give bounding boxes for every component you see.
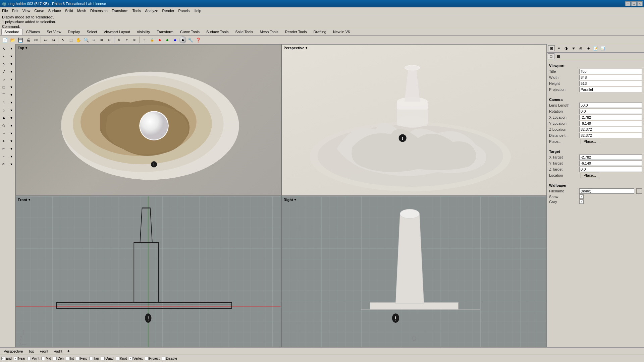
render-sphere-btn[interactable]: ● [179,36,186,44]
lock-btn[interactable]: 🔒 [148,36,156,44]
curve-btn[interactable]: ∿ [0,60,7,68]
viewport-perspective-label[interactable]: Perspective ▼ [284,46,308,50]
rp-icon-render[interactable]: ◎ [578,45,584,51]
snap-tan[interactable]: Tan [89,357,99,360]
window-select-btn[interactable]: ⬚ [67,36,74,44]
rp-icon-display[interactable]: ◑ [563,45,570,51]
arc-btn[interactable]: ⌒ [0,91,7,99]
menu-curve[interactable]: Curve [32,8,46,13]
snap-tan-checkbox[interactable] [89,357,93,360]
tab-transform[interactable]: Transform [154,29,176,35]
snap-btn[interactable]: ⊸ [141,36,148,44]
point-btn[interactable]: • [0,53,7,60]
rp-icon-stats[interactable]: 📊 [600,45,606,51]
viewport-top-label[interactable]: Top ▼ [18,46,28,50]
line-menu-btn[interactable]: ▼ [8,68,15,75]
dim-btn[interactable]: ↔ [0,130,7,137]
rp-icon-viewport-props[interactable]: □ [548,53,554,59]
tab-drafting[interactable]: Drafting [310,29,329,35]
rp-icon-grid[interactable]: ⊞ [548,45,555,51]
move-btn[interactable]: ✛ [0,137,7,145]
rp-ytgt-value[interactable]: -6.149 [579,161,642,166]
snap-mid-checkbox[interactable] [41,357,45,360]
minimize-button[interactable]: − [625,1,631,6]
rp-ztgt-value[interactable]: 0.0 [579,167,642,172]
menu-file[interactable]: File [0,8,10,13]
select-btn[interactable]: ↖ [59,36,67,44]
rp-show-checkbox[interactable]: ✓ [579,194,584,199]
trim-btn[interactable]: ✂ [0,145,7,153]
menu-panels[interactable]: Panels [176,8,192,13]
print-btn[interactable]: 🖨 [24,36,32,44]
tab-solid-tools[interactable]: Solid Tools [232,29,256,35]
tab-curve-tools[interactable]: Curve Tools [177,29,203,35]
new-btn[interactable]: 📄 [1,36,9,44]
mesh-menu-btn[interactable]: ▼ [8,122,15,129]
rp-filename-browse-button[interactable]: ... [636,188,642,194]
menu-transform[interactable]: Transform [110,8,130,13]
snap-end[interactable]: ✓ End [1,357,12,360]
freeform-btn[interactable]: ⌇ [0,99,7,106]
zoom-window-btn[interactable]: ⊡ [90,36,98,44]
rp-icon-obj-props[interactable]: ▦ [555,53,562,59]
pan-btn[interactable]: ✋ [75,36,82,44]
cut-btn[interactable]: ✂ [32,36,40,44]
rp-lens-value[interactable]: 50.0 [579,103,642,108]
menu-help[interactable]: Help [192,8,203,13]
solid-btn[interactable]: ◆ [0,114,7,122]
vp-sel-top[interactable]: Top [26,349,36,354]
save-btn[interactable]: 💾 [17,36,24,44]
circle-menu-btn[interactable]: ▼ [8,76,15,83]
tab-select[interactable]: Select [84,29,100,35]
viewport-front-label[interactable]: Front ▼ [18,198,31,202]
dim-menu-btn[interactable]: ▼ [8,130,15,137]
help-btn[interactable]: ❓ [195,36,202,44]
snap-quad-checkbox[interactable] [101,357,105,360]
tab-standard[interactable]: Standard [1,29,22,35]
rp-yloc-value[interactable]: -6.149 [579,121,642,126]
grid-btn[interactable]: # [123,36,130,44]
snap-cen[interactable]: Cen [53,357,63,360]
snap-knot[interactable]: Knot [116,357,127,360]
snap-knot-checkbox[interactable] [116,357,119,360]
snap-quad[interactable]: Quad [101,357,113,360]
snap-project[interactable]: Project [145,357,160,360]
menu-analyze[interactable]: Analyze [143,8,160,13]
vp-sel-add[interactable]: + [66,348,71,354]
surface-btn[interactable]: ◇ [0,107,7,114]
tab-display[interactable]: Display [65,29,83,35]
snap-vertex-checkbox[interactable]: ✓ [129,357,132,360]
line-btn[interactable]: ╱ [0,68,7,75]
viewport-perspective[interactable]: ! Perspective ▼ [281,44,547,196]
viewport-front[interactable]: ! Z | X— Front ▼ [15,196,281,348]
layers-btn[interactable]: ≡ [0,153,7,160]
layers-menu-btn[interactable]: ▼ [8,153,15,160]
green-circle-btn[interactable]: ● [164,36,171,44]
snap-end-checkbox[interactable]: ✓ [1,357,5,360]
rp-gray-checkbox[interactable]: ✓ [579,199,584,204]
snap-cen-checkbox[interactable] [53,357,57,360]
menu-view[interactable]: View [20,8,33,13]
point-menu-btn[interactable]: ▼ [8,53,15,60]
rp-icon-material[interactable]: ◈ [585,45,592,51]
maximize-button[interactable]: □ [631,1,637,6]
redo-btn[interactable]: ↪ [50,36,57,44]
snap-perp-checkbox[interactable] [76,357,79,360]
zoom-btn[interactable]: 🔍 [83,36,90,44]
rp-xloc-value[interactable]: -2.782 [579,115,642,120]
vp-sel-perspective[interactable]: Perspective [2,349,24,354]
snap-vertex[interactable]: ✓ Vertex [129,357,143,360]
tab-render-tools[interactable]: Render Tools [282,29,310,35]
tab-visibility[interactable]: Visibility [134,29,153,35]
viewport-btn[interactable]: ⊕ [131,36,138,44]
rp-icon-notes[interactable]: 📝 [592,45,599,51]
snap-int[interactable]: Int [66,357,74,360]
rp-zloc-value[interactable]: 82.372 [579,127,642,132]
rp-icon-sun[interactable]: ☀ [570,45,577,51]
menu-mesh[interactable]: Mesh [75,8,88,13]
viewport-top-dropdown[interactable]: ▼ [25,46,28,50]
viewport-right-label[interactable]: Right ▼ [284,198,297,202]
viewport-perspective-dropdown[interactable]: ▼ [305,46,308,50]
tab-mesh-tools[interactable]: Mesh Tools [257,29,281,35]
rp-rotation-value[interactable]: 0.0 [579,109,642,114]
